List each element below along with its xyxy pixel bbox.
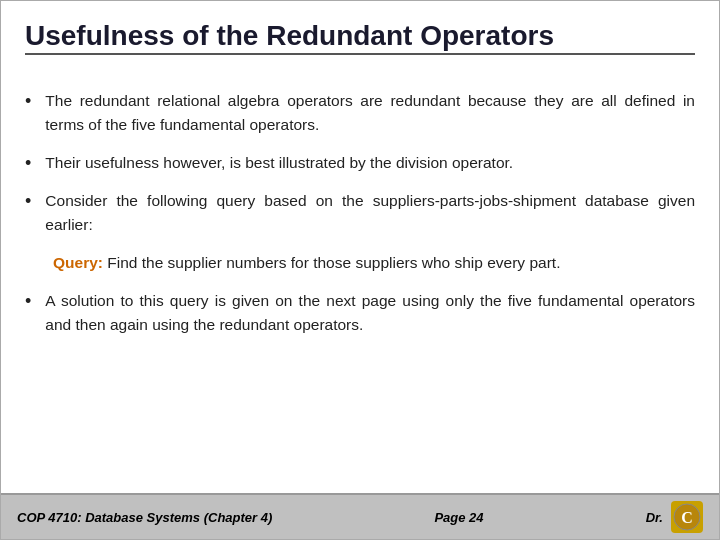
query-block: Query: Find the supplier numbers for tho… (53, 251, 695, 275)
slide-body: • The redundant relational algebra opera… (1, 75, 719, 493)
bullet-dot-1: • (25, 91, 31, 112)
slide-header: Usefulness of the Redundant Operators (1, 1, 719, 75)
query-body: Find the supplier numbers for those supp… (103, 254, 560, 271)
footer-dr: Dr. (646, 510, 663, 525)
bullet-item-3: • Consider the following query based on … (25, 189, 695, 237)
bullet-item-2: • Their usefulness however, is best illu… (25, 151, 695, 175)
slide-footer: COP 4710: Database Systems (Chapter 4) P… (1, 493, 719, 539)
query-text: Query: Find the supplier numbers for tho… (53, 254, 560, 271)
query-label: Query: (53, 254, 103, 271)
bullet-item-1: • The redundant relational algebra opera… (25, 89, 695, 137)
title-divider (25, 53, 695, 55)
slide-container: Usefulness of the Redundant Operators • … (0, 0, 720, 540)
bullet-text-3: Consider the following query based on th… (45, 189, 695, 237)
bullet-dot-3: • (25, 191, 31, 212)
logo-icon: C (673, 503, 701, 531)
footer-right: Dr. C (646, 501, 703, 533)
svg-text:C: C (681, 509, 693, 526)
slide-title: Usefulness of the Redundant Operators (25, 19, 695, 53)
bullet-text-2: Their usefulness however, is best illust… (45, 151, 513, 175)
footer-page: Page 24 (434, 510, 483, 525)
bullet-dot-2: • (25, 153, 31, 174)
footer-course: COP 4710: Database Systems (Chapter 4) (17, 510, 272, 525)
bullet-text-1: The redundant relational algebra operato… (45, 89, 695, 137)
footer-logo: C (671, 501, 703, 533)
bullet-dot-4: • (25, 291, 31, 312)
bullet-text-4: A solution to this query is given on the… (45, 289, 695, 337)
bullet-item-4: • A solution to this query is given on t… (25, 289, 695, 337)
